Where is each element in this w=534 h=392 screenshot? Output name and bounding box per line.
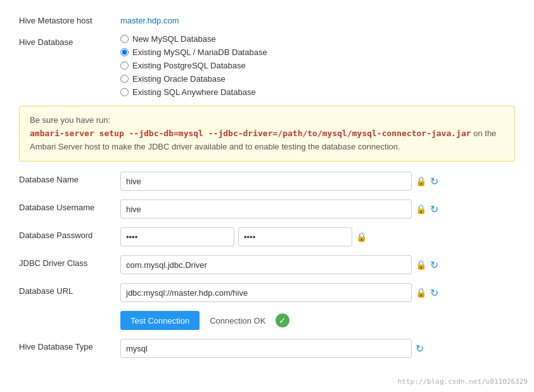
radio-existing-sql-anywhere[interactable]: Existing SQL Anywhere Database (120, 87, 267, 97)
db-username-input[interactable] (120, 199, 412, 218)
alert-command: ambari-server setup --jdbc-db=mysql --jd… (30, 129, 471, 138)
jdbc-driver-refresh-icon[interactable]: ↻ (430, 259, 438, 271)
connection-ok-icon: ✓ (276, 313, 289, 327)
db-name-input[interactable] (120, 172, 412, 191)
hive-db-type-input[interactable] (120, 339, 412, 358)
db-username-lock-icon: 🔒 (416, 204, 426, 214)
radio-existing-postgresql[interactable]: Existing PostgreSQL Database (120, 61, 267, 70)
db-url-input[interactable] (120, 283, 412, 302)
jdbc-driver-label: JDBC Driver Class (19, 255, 120, 268)
jdbc-driver-lock-icon: 🔒 (416, 260, 426, 270)
db-password-lock-icon: 🔒 (356, 232, 367, 242)
db-name-refresh-icon[interactable]: ↻ (430, 175, 438, 187)
radio-existing-postgresql-label: Existing PostgreSQL Database (132, 61, 246, 70)
hive-database-label: Hive Database (19, 34, 120, 47)
radio-new-mysql-input[interactable] (120, 35, 129, 43)
test-connection-spacer (19, 311, 120, 314)
hive-metastore-value: master.hdp.com (120, 13, 515, 25)
db-url-refresh-icon[interactable]: ↻ (430, 287, 438, 299)
db-password-row: 🔒 (120, 227, 367, 246)
radio-existing-oracle-label: Existing Oracle Database (132, 74, 226, 84)
db-url-row: 🔒 ↻ (120, 283, 438, 302)
db-url-label: Database URL (19, 283, 120, 296)
test-connection-button[interactable]: Test Connection (120, 311, 200, 330)
db-username-refresh-icon[interactable]: ↻ (430, 203, 438, 215)
radio-existing-oracle-input[interactable] (120, 75, 129, 83)
radio-existing-sql-anywhere-label: Existing SQL Anywhere Database (132, 87, 256, 97)
watermark: http://blog.csdn.net/u011026329 (398, 377, 528, 386)
db-username-label: Database Username (19, 199, 120, 212)
connection-ok-text: Connection OK (210, 316, 265, 326)
db-password-label: Database Password (19, 227, 120, 240)
alert-box: Be sure you have run: ambari-server setu… (19, 106, 515, 161)
db-name-label: Database Name (19, 172, 120, 184)
db-url-lock-icon: 🔒 (416, 288, 426, 298)
radio-existing-sql-anywhere-input[interactable] (120, 88, 129, 96)
hive-db-type-refresh-icon[interactable]: ↻ (416, 343, 424, 355)
radio-existing-mysql-label: Existing MySQL / MariaDB Database (132, 47, 267, 57)
radio-new-mysql[interactable]: New MySQL Database (120, 34, 267, 44)
test-connection-row: Test Connection Connection OK ✓ (120, 311, 289, 330)
alert-prefix: Be sure you have run: (30, 115, 110, 125)
db-password-input1[interactable] (120, 227, 234, 246)
hive-metastore-label: Hive Metastore host (19, 13, 120, 25)
jdbc-driver-row: 🔒 ↻ (120, 255, 438, 274)
db-name-lock-icon: 🔒 (416, 176, 426, 186)
hive-db-type-label: Hive Database Type (19, 339, 120, 351)
jdbc-driver-input[interactable] (120, 255, 412, 274)
radio-existing-mysql[interactable]: Existing MySQL / MariaDB Database (120, 47, 267, 57)
radio-existing-oracle[interactable]: Existing Oracle Database (120, 74, 267, 84)
db-password-input2[interactable] (238, 227, 352, 246)
radio-new-mysql-label: New MySQL Database (132, 34, 216, 44)
radio-existing-postgresql-input[interactable] (120, 61, 129, 70)
hive-database-options: New MySQL Database Existing MySQL / Mari… (120, 34, 267, 97)
db-name-row: 🔒 ↻ (120, 172, 438, 191)
radio-existing-mysql-input[interactable] (120, 48, 129, 56)
db-username-row: 🔒 ↻ (120, 199, 438, 218)
hive-db-type-row: ↻ (120, 339, 424, 358)
